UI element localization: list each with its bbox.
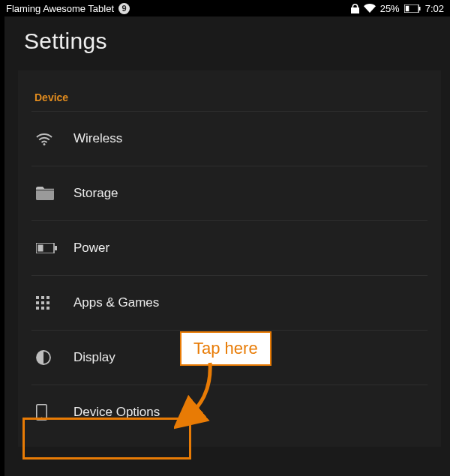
phone-icon xyxy=(32,404,74,421)
settings-item-apps-games[interactable]: Apps & Games xyxy=(32,276,428,330)
svg-rect-9 xyxy=(46,296,50,299)
clock: 7:02 xyxy=(425,3,444,14)
settings-item-label: Display xyxy=(74,350,116,365)
battery-percent: 25% xyxy=(380,3,400,14)
annotation-callout: Tap here xyxy=(180,331,272,366)
contrast-icon xyxy=(32,350,74,365)
status-left: Flaming Awesome Tablet 9 xyxy=(6,3,130,14)
svg-rect-13 xyxy=(36,307,39,310)
settings-item-power[interactable]: Power xyxy=(32,221,428,275)
section-title: Device xyxy=(32,91,428,103)
svg-rect-8 xyxy=(41,296,44,299)
settings-screen: Settings Device Wireless Storage Power xyxy=(4,16,450,476)
settings-item-label: Wireless xyxy=(74,131,122,146)
wifi-status-icon xyxy=(364,4,376,13)
status-right: 25% 7:02 xyxy=(351,3,444,14)
settings-item-device-options[interactable]: Device Options xyxy=(32,385,428,439)
grid-icon xyxy=(32,296,74,310)
folder-icon xyxy=(32,187,74,200)
svg-point-3 xyxy=(44,143,46,145)
battery-icon xyxy=(32,243,74,253)
svg-rect-7 xyxy=(36,296,39,299)
wifi-icon xyxy=(32,133,74,145)
svg-rect-6 xyxy=(55,246,57,250)
settings-item-label: Device Options xyxy=(74,405,160,420)
settings-item-label: Power xyxy=(74,241,110,256)
settings-item-label: Storage xyxy=(74,186,118,201)
svg-rect-11 xyxy=(41,301,44,304)
page-title: Settings xyxy=(24,28,435,54)
svg-rect-2 xyxy=(418,7,420,10)
settings-item-label: Apps & Games xyxy=(74,295,159,310)
header: Settings xyxy=(4,16,450,70)
settings-item-wireless[interactable]: Wireless xyxy=(32,112,428,166)
svg-rect-15 xyxy=(46,307,50,310)
lock-icon xyxy=(351,4,359,13)
svg-rect-10 xyxy=(36,301,39,304)
battery-status-icon xyxy=(404,4,421,13)
svg-rect-1 xyxy=(405,5,409,10)
notification-badge[interactable]: 9 xyxy=(118,3,130,14)
device-name: Flaming Awesome Tablet xyxy=(6,3,114,14)
svg-point-18 xyxy=(40,417,42,418)
svg-rect-14 xyxy=(41,307,44,310)
svg-rect-12 xyxy=(46,301,50,304)
annotation-label: Tap here xyxy=(194,339,258,358)
settings-item-storage[interactable]: Storage xyxy=(32,166,428,220)
status-bar: Flaming Awesome Tablet 9 25% 7:02 xyxy=(0,0,450,16)
svg-rect-5 xyxy=(38,245,44,252)
device-section: Device Wireless Storage Power xyxy=(18,70,441,447)
